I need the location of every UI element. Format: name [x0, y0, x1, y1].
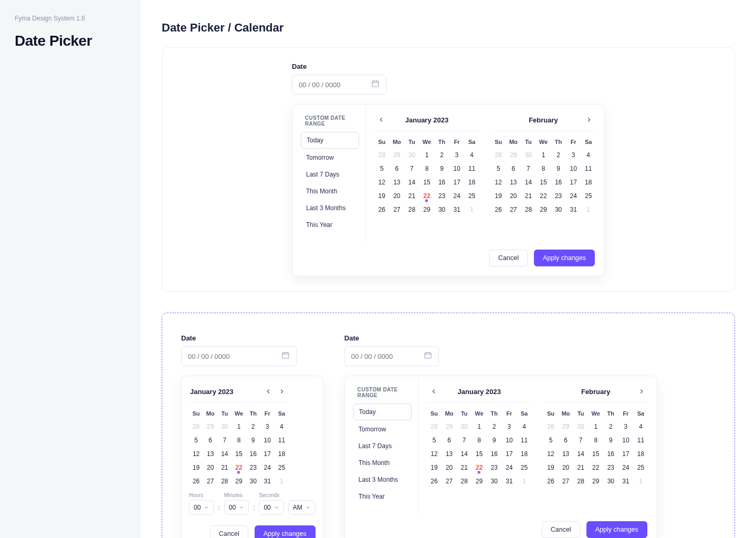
calendar-day[interactable]: 4	[581, 148, 596, 162]
calendar-day[interactable]: 31	[618, 474, 634, 488]
calendar-day[interactable]: 22	[588, 461, 603, 474]
calendar-day[interactable]: 20	[558, 461, 573, 474]
calendar-day[interactable]: 7	[573, 433, 589, 447]
calendar-day[interactable]: 9	[487, 433, 502, 447]
calendar-day[interactable]: 6	[390, 162, 405, 175]
calendar-day[interactable]: 14	[457, 447, 472, 461]
calendar-day[interactable]: 25	[517, 461, 532, 474]
calendar-day[interactable]: 16	[434, 175, 449, 189]
calendar-day[interactable]: 1	[536, 148, 551, 162]
calendar-day[interactable]: 17	[618, 447, 634, 461]
calendar-day[interactable]: 7	[521, 162, 536, 175]
calendar-day[interactable]: 29	[558, 420, 573, 433]
calendar-day[interactable]: 11	[581, 162, 596, 175]
calendar-day[interactable]: 26	[374, 203, 390, 216]
calendar-day[interactable]: 10	[449, 162, 465, 175]
calendar-day[interactable]: 28	[404, 203, 419, 216]
calendar-day[interactable]: 11	[275, 433, 289, 447]
preset-item[interactable]: Last 3 Months	[353, 472, 412, 488]
prev-month-button[interactable]	[375, 114, 387, 126]
calendar-day[interactable]: 2	[603, 420, 618, 433]
calendar-day[interactable]: 1	[419, 148, 435, 162]
calendar-day[interactable]: 20	[390, 189, 405, 203]
preset-item[interactable]: Tomorrow	[301, 150, 359, 165]
minutes-select[interactable]: 00	[224, 500, 249, 515]
calendar-day[interactable]: 17	[502, 447, 517, 461]
preset-item[interactable]: This Month	[301, 183, 359, 199]
preset-item[interactable]: Tomorrow	[353, 421, 412, 437]
calendar-day[interactable]: 6	[203, 433, 217, 447]
calendar-day[interactable]: 10	[502, 433, 517, 447]
calendar-day[interactable]: 14	[573, 447, 589, 461]
calendar-day[interactable]: 1	[471, 420, 487, 433]
apply-button[interactable]: Apply changes	[534, 250, 595, 266]
calendar-day[interactable]: 28	[521, 203, 536, 216]
calendar-day[interactable]: 30	[246, 474, 260, 488]
prev-month-button[interactable]	[428, 386, 439, 397]
calendar-day[interactable]: 5	[189, 433, 203, 447]
calendar-day[interactable]: 25	[633, 461, 648, 474]
calendar-day[interactable]: 10	[618, 433, 634, 447]
next-month-button[interactable]	[583, 114, 595, 126]
calendar-day[interactable]: 26	[543, 474, 559, 488]
calendar-day[interactable]: 31	[449, 203, 465, 216]
calendar-day[interactable]: 3	[502, 420, 517, 433]
calendar-day[interactable]: 5	[374, 162, 390, 175]
date-input[interactable]	[344, 346, 439, 366]
calendar-day[interactable]: 28	[217, 474, 232, 488]
preset-item[interactable]: Last 3 Months	[301, 200, 359, 216]
cancel-button[interactable]: Cancel	[542, 521, 580, 538]
calendar-day[interactable]: 23	[246, 461, 260, 474]
calendar-day[interactable]: 31	[502, 474, 517, 488]
calendar-day[interactable]: 26	[427, 474, 442, 488]
calendar-day[interactable]: 3	[566, 148, 581, 162]
preset-item[interactable]: Today	[353, 404, 412, 420]
calendar-day[interactable]: 4	[633, 420, 648, 433]
cancel-button[interactable]: Cancel	[489, 250, 528, 266]
calendar-day[interactable]: 13	[506, 175, 521, 189]
calendar-day[interactable]: 30	[573, 420, 589, 433]
calendar-day[interactable]: 27	[506, 203, 521, 216]
calendar-day[interactable]: 1	[232, 420, 246, 433]
calendar-day[interactable]: 19	[491, 189, 506, 203]
prev-month-button[interactable]	[262, 386, 274, 397]
calendar-day[interactable]: 11	[633, 433, 648, 447]
calendar-day[interactable]: 16	[603, 447, 618, 461]
calendar-day[interactable]: 20	[442, 461, 457, 474]
date-text-input[interactable]	[299, 81, 371, 89]
preset-item[interactable]: This Year	[301, 217, 359, 233]
calendar-day[interactable]: 23	[603, 461, 618, 474]
calendar-day[interactable]: 1	[581, 203, 596, 216]
calendar-day[interactable]: 16	[246, 447, 260, 461]
calendar-day[interactable]: 21	[573, 461, 589, 474]
calendar-day[interactable]: 19	[427, 461, 442, 474]
calendar-day[interactable]: 21	[521, 189, 536, 203]
calendar-day[interactable]: 22✱	[232, 461, 246, 474]
calendar-day[interactable]: 6	[558, 433, 573, 447]
calendar-day[interactable]: 4	[275, 420, 289, 433]
preset-item[interactable]: This Year	[353, 489, 412, 504]
calendar-day[interactable]: 5	[543, 433, 559, 447]
calendar-day[interactable]: 7	[457, 433, 472, 447]
seconds-select[interactable]: 00	[259, 500, 284, 515]
calendar-day[interactable]: 11	[464, 162, 479, 175]
calendar-day[interactable]: 18	[517, 447, 532, 461]
calendar-day[interactable]: 28	[457, 474, 472, 488]
calendar-day[interactable]: 22✱	[471, 461, 487, 474]
date-input[interactable]	[292, 75, 386, 95]
apply-button[interactable]: Apply changes	[586, 521, 647, 538]
calendar-day[interactable]: 25	[581, 189, 596, 203]
calendar-day[interactable]: 1	[275, 474, 289, 488]
calendar-day[interactable]: 2	[434, 148, 449, 162]
calendar-day[interactable]: 28	[374, 148, 390, 162]
calendar-day[interactable]: 22	[536, 189, 551, 203]
calendar-day[interactable]: 15	[471, 447, 487, 461]
preset-item[interactable]: Last 7 Days	[353, 438, 412, 454]
calendar-day[interactable]: 29	[419, 203, 435, 216]
calendar-day[interactable]: 21	[217, 461, 232, 474]
calendar-day[interactable]: 18	[581, 175, 596, 189]
calendar-day[interactable]: 25	[464, 189, 479, 203]
calendar-day[interactable]: 31	[260, 474, 275, 488]
calendar-day[interactable]: 13	[390, 175, 405, 189]
calendar-day[interactable]: 14	[521, 175, 536, 189]
